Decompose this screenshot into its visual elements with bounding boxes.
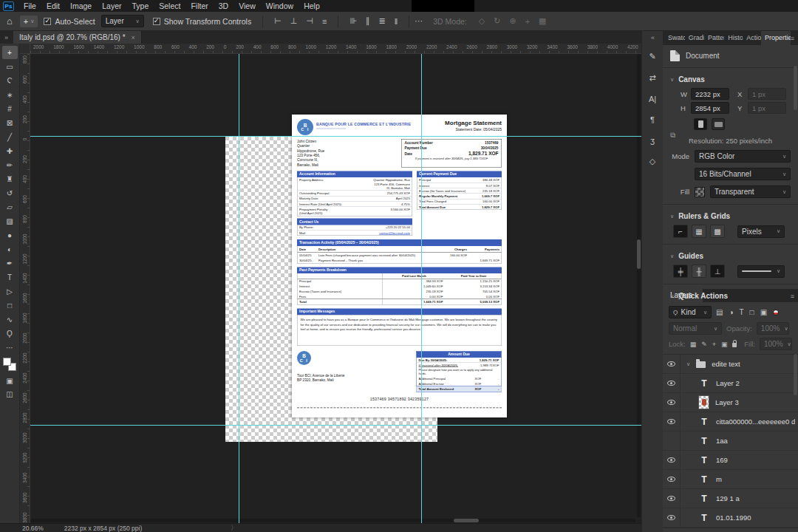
chevron-down-icon[interactable]: ∨ [686,361,690,367]
lock-all-icon[interactable] [732,343,737,347]
pen-tool[interactable]: ✒ [2,256,18,270]
drag-3d-icon[interactable]: ⊕ [509,16,516,26]
glyphs-panel-icon[interactable]: ʒ [650,136,655,145]
menu-3d[interactable]: 3D [214,0,233,12]
link-dimensions-icon[interactable]: ⧉ [670,131,675,140]
tab-histo[interactable]: Histo [724,31,743,45]
new-guide-layout-icon[interactable]: ╪ [673,265,688,278]
close-tab-icon[interactable]: × [132,34,135,41]
toggle-rulers-icon[interactable]: ⌐ [673,225,688,238]
layer-row[interactable]: T129 1 a [663,489,798,508]
auto-select-target-dropdown[interactable]: Layer [101,15,144,27]
visibility-toggle[interactable] [663,374,681,392]
tab-properties[interactable]: Properties [761,31,791,45]
type-tool[interactable]: T [2,270,18,284]
visibility-toggle[interactable] [663,508,681,527]
vertical-scrollbar[interactable] [637,54,641,517]
brush-settings-icon[interactable]: ✎ [649,52,655,61]
menu-window[interactable]: Window [261,0,299,12]
canvas-area[interactable]: 2000180016001400120010008006004002000200… [20,44,641,523]
healing-brush-tool[interactable]: ✚ [2,144,18,157]
orientation-portrait-button[interactable] [694,118,707,130]
menu-type[interactable]: Type [126,0,154,12]
quick-actions-section-header[interactable]: ∨Quick Actions [670,292,791,300]
camera-3d-icon[interactable]: ▦ [539,16,546,26]
fill-field[interactable]: 100% [760,338,792,350]
tab-actio[interactable]: Actio [743,31,761,45]
align-right-edges-icon[interactable]: ⊣ [306,16,313,26]
filter-type-layers-icon[interactable]: T [740,308,744,316]
distribute-widths-icon[interactable]: ‖ [395,17,398,26]
brush-tool[interactable]: ✏ [2,158,18,171]
filter-adjustment-layers-icon[interactable]: ◑ [729,308,733,316]
visibility-toggle[interactable] [663,355,681,373]
toggle-pattern-preview-icon[interactable]: ▩ [710,225,725,238]
visibility-toggle[interactable] [663,451,681,469]
path-selection-tool[interactable]: ▷ [2,284,18,298]
color-swatches[interactable] [3,358,16,371]
guides-section-header[interactable]: ∨Guides [670,252,791,260]
canvas-section-header[interactable]: ∨Canvas [670,75,791,83]
tab-swatc[interactable]: Swatc [664,31,685,45]
visibility-toggle[interactable] [663,470,681,488]
distribute-heights-icon[interactable]: ≣ [378,16,385,26]
eraser-tool[interactable]: ▱ [2,200,18,214]
layer-row[interactable]: Tm [663,470,798,489]
foreground-color-swatch[interactable] [3,358,11,366]
tab-gradi[interactable]: Gradi [685,31,704,45]
distribute-vertical-icon[interactable]: ⊪ [349,16,357,26]
dodge-tool[interactable]: ◐ [2,242,18,256]
horizontal-ruler[interactable]: 2000180016001400120010008006004002000200… [30,44,641,54]
blend-mode-dropdown[interactable]: Normal [669,322,722,335]
zoom-tool[interactable]: Ϙ [2,327,18,340]
menu-help[interactable]: Help [299,0,325,12]
distribute-horizontal-icon[interactable]: ∥ [366,16,370,26]
visibility-toggle[interactable] [663,432,681,450]
vertical-ruler[interactable]: 8006004002000200400600800100012001400160… [20,54,30,523]
ruler-origin-corner[interactable] [20,44,30,54]
menu-select[interactable]: Select [154,0,185,12]
align-top-edges-icon[interactable]: ≡ [322,17,327,26]
visibility-toggle[interactable] [663,412,681,431]
shape-tool[interactable]: □ [2,299,18,312]
layer-row[interactable]: Layer 3 [663,393,798,412]
visibility-toggle[interactable] [663,489,681,508]
home-icon[interactable]: ⌂ [7,16,13,27]
edit-toolbar-icon[interactable]: ⋯ [2,341,18,354]
horizontal-scrollbar[interactable] [30,519,635,522]
menu-edit[interactable]: Edit [41,0,65,12]
lock-pixels-icon[interactable]: ✎ [701,341,707,348]
tool-preset-picker[interactable]: + ∨ [20,16,38,27]
document-tab[interactable]: Italy id.psd @ 20.7% (RGB/16) * × [13,31,142,44]
lock-transparency-icon[interactable]: ▦ [690,341,697,348]
filter-shape-layers-icon[interactable]: □ [750,308,754,316]
lock-position-icon[interactable]: + [712,341,716,348]
libraries-panel-icon[interactable]: ◇ [649,157,655,166]
menu-view[interactable]: View [233,0,261,12]
layer-row[interactable]: ∨edite text [663,355,798,374]
layer-row[interactable]: Tcitta000000...eeeeeee0 d [663,412,798,432]
screen-mode-button[interactable]: ◫ [2,387,18,400]
eyedropper-tool[interactable]: ╱ [2,130,18,143]
history-brush-tool[interactable]: ↺ [2,186,18,200]
color-mode-dropdown[interactable]: RGB Color [695,150,791,163]
status-arrow-icon[interactable]: 〉 [231,524,237,532]
visibility-toggle[interactable] [663,393,681,412]
canvas-width-field[interactable]: 2232 px [691,88,729,100]
quick-selection-tool[interactable]: ∗ [2,88,18,101]
layer-row[interactable]: T1aa [663,432,798,451]
layer-row[interactable]: TLayer 2 [663,374,798,393]
toggle-grid-icon[interactable]: ▦ [692,225,706,238]
clone-stamp-tool[interactable]: ♜ [2,172,18,185]
layers-scrollbar[interactable] [794,354,797,395]
more-options-icon[interactable]: ⋯ [415,16,423,26]
canvas-height-field[interactable]: 2854 px [691,102,729,114]
filter-smart-objects-icon[interactable]: ▣ [760,308,767,316]
clear-guides-icon[interactable]: ⊥ [710,265,725,278]
rulers-grids-section-header[interactable]: ∨Rulers & Grids [670,212,791,220]
bit-depth-dropdown[interactable]: 16 Bits/Channel [695,168,791,180]
layer-row[interactable]: T01.01.1990 [663,508,798,528]
menu-file[interactable]: File [18,0,41,12]
move-tool[interactable]: + [2,46,18,59]
orbit-3d-icon[interactable]: ◇ [479,16,485,26]
